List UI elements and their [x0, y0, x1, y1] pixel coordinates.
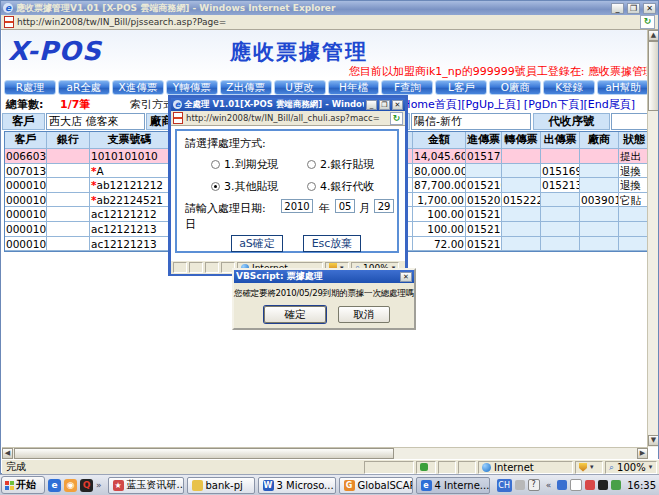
- printer-icon[interactable]: [515, 480, 525, 490]
- year-input[interactable]: 2010: [281, 199, 313, 213]
- menu-button-transfer-voucher[interactable]: Y轉傳票: [166, 80, 218, 95]
- menu-button-login[interactable]: K登錄: [543, 80, 595, 95]
- cell-customer: 000010: [5, 193, 47, 208]
- col-header-customer: 客戶: [5, 132, 47, 149]
- menu-button-year-file[interactable]: H年檔: [328, 80, 380, 95]
- radio-dot[interactable]: [211, 182, 220, 191]
- chevron-left-icon[interactable]: «: [546, 480, 552, 490]
- collect-serial-input[interactable]: [611, 113, 649, 130]
- tray-icon[interactable]: [557, 480, 567, 490]
- cell-vendor: [580, 222, 619, 237]
- abandon-button[interactable]: Esc放棄: [303, 235, 361, 252]
- popup-restore-button[interactable]: ❐: [379, 100, 390, 110]
- cell-vendor: [580, 164, 619, 179]
- status-text: 完成: [2, 460, 364, 474]
- zoom-pane[interactable]: ⌕ 100% ▾: [605, 461, 657, 474]
- menu-button-modify[interactable]: U更改: [274, 80, 326, 95]
- start-button[interactable]: 开始: [1, 476, 45, 494]
- radio-option-3[interactable]: 3.其他貼現: [211, 179, 279, 194]
- quicklaunch-ie-icon[interactable]: e: [48, 479, 61, 492]
- menu-button-process[interactable]: R處理: [4, 80, 56, 95]
- confirm-button[interactable]: aS確定: [231, 235, 283, 252]
- menu-button-vendor[interactable]: O廠商: [489, 80, 541, 95]
- cell-customer: 007013: [5, 164, 47, 179]
- status-pane: [438, 461, 456, 474]
- protected-mode-pane[interactable]: ▾: [575, 461, 603, 474]
- taskbar-item-word[interactable]: W 3 Microso... ▾: [258, 477, 336, 494]
- start-label: 开始: [16, 478, 36, 492]
- month-input[interactable]: 05: [335, 199, 355, 213]
- task-label: bank-pj: [206, 480, 243, 491]
- cheque-no: A: [97, 165, 104, 177]
- process-prompt: 請選擇處理方式:: [185, 136, 266, 151]
- customer-filter-label: 客戶: [2, 113, 45, 130]
- status-bar: 完成 Internet ▾ ⌕ 100% ▾: [2, 459, 659, 474]
- help-icon[interactable]: ?: [528, 479, 540, 491]
- customer-filter-input[interactable]: 西大店 億客來: [46, 113, 145, 130]
- minimize-button[interactable]: _: [611, 3, 624, 14]
- day-input[interactable]: 29: [374, 199, 394, 213]
- language-indicator[interactable]: CH: [497, 479, 512, 492]
- scroll-up-icon[interactable]: ▲: [648, 30, 658, 41]
- cell-status: 退換: [619, 164, 650, 179]
- popup-url-text[interactable]: http://win2008/tw/IN_Bill/all_chuli.asp?…: [186, 113, 387, 123]
- radio-option-4[interactable]: 4.銀行代收: [307, 179, 375, 194]
- taskbar-item-globalscape[interactable]: G GlobalSCAP...: [339, 477, 413, 494]
- cell-vendor: [580, 149, 619, 164]
- cell-voucher-in: 015210: [466, 178, 502, 193]
- cell-customer: 000010: [5, 237, 47, 252]
- cell-customer: 000010: [5, 207, 47, 222]
- menu-button-process-all[interactable]: aR全處: [58, 80, 110, 95]
- chevron-right-icon[interactable]: »: [96, 480, 102, 490]
- app-icon: ★: [113, 480, 124, 491]
- menu-button-out-voucher[interactable]: Z出傳票: [220, 80, 272, 95]
- close-button[interactable]: ✕: [643, 3, 656, 14]
- radio-dot[interactable]: [307, 182, 316, 191]
- scroll-down-icon[interactable]: ▼: [648, 435, 658, 446]
- scroll-left-icon[interactable]: ◀: [2, 448, 13, 459]
- vertical-scroll-thumb[interactable]: [648, 41, 658, 111]
- cell-voucher-out: [541, 193, 580, 208]
- menu-button-in-voucher[interactable]: X進傳票: [112, 80, 164, 95]
- tray-icon[interactable]: [598, 480, 608, 490]
- popup-titlebar: e 全處理 V1.01[X-POS 雲端商務網] - Windows In _ …: [171, 98, 405, 111]
- quicklaunch-messenger-icon[interactable]: ◉: [64, 479, 77, 492]
- page-title: 應收票據管理: [230, 38, 368, 66]
- taskbar-item-lanyu[interactable]: ★ 蓝玉资讯研...: [108, 477, 184, 494]
- address-bar: http://win2008/tw/IN_Bill/pjssearch.asp?…: [1, 15, 658, 30]
- scroll-right-icon[interactable]: ▶: [637, 448, 648, 459]
- vertical-scrollbar[interactable]: ▲ ▼: [647, 30, 658, 447]
- tray-icon[interactable]: [570, 479, 582, 491]
- horizontal-scrollbar[interactable]: ◀ ▶: [2, 447, 648, 459]
- window-title: 應收票據管理V1.01 [X-POS 雲端商務網] - Windows Inte…: [16, 2, 608, 15]
- tray-icon[interactable]: [611, 480, 621, 490]
- popup-minimize-button[interactable]: _: [366, 100, 377, 110]
- popup-close-button[interactable]: ✕: [392, 100, 403, 110]
- cell-voucher-in: 015211: [466, 222, 502, 237]
- word-icon: W: [263, 480, 274, 491]
- cell-amount: 87,700.00: [413, 178, 466, 193]
- taskbar-item-internet[interactable]: e 4 Interne... ▾: [416, 477, 490, 494]
- restore-button[interactable]: ❐: [627, 3, 640, 14]
- dialog-close-button[interactable]: ✕: [400, 272, 412, 282]
- magnifier-icon: ⌕: [609, 462, 614, 473]
- taskbar: 开始 e ◉ Q » ★ 蓝玉资讯研... bank-pj W 3 Micros…: [0, 474, 659, 495]
- radio-dot[interactable]: [211, 160, 220, 169]
- menu-button-help[interactable]: aH幫助: [597, 80, 649, 95]
- url-text[interactable]: http://win2008/tw/IN_Bill/pjssearch.asp?…: [17, 17, 637, 27]
- menu-button-query[interactable]: F查詢: [381, 80, 433, 95]
- refresh-icon[interactable]: ↻: [640, 15, 655, 29]
- dialog-ok-button[interactable]: 確定: [264, 306, 326, 323]
- refresh-icon[interactable]: ↻: [390, 112, 403, 125]
- taskbar-item-bankpj[interactable]: bank-pj: [187, 477, 255, 494]
- bank-filter-input[interactable]: 陽信-新竹: [411, 113, 531, 130]
- dialog-cancel-button[interactable]: 取消: [338, 306, 390, 323]
- quicklaunch-qq-icon[interactable]: Q: [80, 479, 93, 492]
- radio-dot[interactable]: [307, 160, 316, 169]
- menu-button-customer[interactable]: L客戶: [435, 80, 487, 95]
- tray-icon[interactable]: [585, 480, 595, 490]
- horizontal-scroll-thumb[interactable]: [14, 448, 394, 459]
- cell-voucher-out: [541, 207, 580, 222]
- radio-option-1[interactable]: 1.到期兌現: [211, 157, 279, 172]
- radio-option-2[interactable]: 2.銀行貼現: [307, 157, 375, 172]
